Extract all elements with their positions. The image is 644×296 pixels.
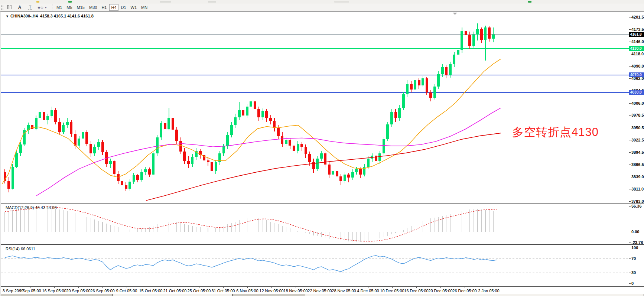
text-box-tool-button[interactable]: T <box>25 4 35 11</box>
date-tick-mark <box>344 287 344 288</box>
text-label-tool-button[interactable]: A <box>15 4 25 11</box>
date-tick-mark <box>465 287 465 288</box>
timeframe-button-M15[interactable]: M15 <box>75 4 87 11</box>
chart-window: ▼CHINA300-,H4 4158.3 4165.1 4141.6 4161.… <box>0 12 644 296</box>
axis-tick-label: 4173.5 <box>631 27 644 32</box>
date-tick-mark <box>78 287 79 288</box>
ma-fast-line <box>2 59 501 184</box>
axis-tick-mark <box>629 283 631 284</box>
axis-tick-label: 4146.0 <box>631 39 644 44</box>
axis-tick-mark <box>629 258 631 259</box>
ma-slow-line <box>146 133 501 201</box>
axis-tick-mark <box>629 152 631 153</box>
date-tick-mark <box>175 287 175 288</box>
date-tick-mark <box>223 287 224 288</box>
date-label: 15 Oct 05:00 <box>139 289 163 293</box>
date-label: 28 Nov 05:00 <box>332 289 356 293</box>
axis-tick-mark <box>629 115 631 116</box>
macd-label: MACD(12,26,9) 46.43 44.98 <box>6 205 57 210</box>
shapes-dropdown-button[interactable]: ◆◇ ▾ <box>36 4 49 11</box>
timeframe-button-M5[interactable]: M5 <box>65 4 74 11</box>
clipped-icon <box>160 1 171 3</box>
axis-tick-label: 4090.0 <box>631 64 644 68</box>
axis-tick-label: 3866.5 <box>631 162 644 167</box>
axis-tick-mark <box>629 128 631 128</box>
axis-tick-mark <box>629 243 631 243</box>
axis-tick-mark <box>629 273 631 273</box>
date-tick-mark <box>320 287 320 288</box>
timeframe-button-M30[interactable]: M30 <box>87 4 99 11</box>
date-label: 31 Oct 05:00 <box>212 289 235 293</box>
docked-panel-top <box>113 294 232 296</box>
timeframe-bar: M1M5M15M30H1H4D1W1MN <box>54 4 150 11</box>
timeframe-button-D1[interactable]: D1 <box>119 4 128 11</box>
axis-tick-mark <box>629 206 631 206</box>
axis-tick-mark <box>629 165 631 165</box>
shapes-dropdown-icon: ◆◇ ▾ <box>38 6 47 9</box>
date-tick-mark <box>440 287 441 288</box>
timeframe-button-H1[interactable]: H1 <box>100 4 108 11</box>
date-label: 9 Sep 05:00 <box>19 289 41 293</box>
axis-tick-label: 70 <box>631 256 644 261</box>
date-label: 10 Dec 05:00 <box>380 289 404 293</box>
macd-pane[interactable] <box>1 204 644 244</box>
axis-tick-label: 3978.5 <box>631 113 644 117</box>
date-tick-mark <box>54 287 55 288</box>
date-axis[interactable]: 3 Sep 20199 Sep 05:0016 Sep 05:0020 Sep … <box>1 287 644 294</box>
axis-tick-mark <box>629 66 631 66</box>
timeframe-button-W1[interactable]: W1 <box>129 4 139 11</box>
axis-tick-label: 3839.0 <box>631 175 644 179</box>
chart-ohlc-values: 4158.3 4165.1 4141.6 4161.8 <box>40 14 94 18</box>
axis-tick-mark <box>629 54 631 54</box>
date-label: 2 Jan 05:00 <box>478 289 500 293</box>
clipped-icon <box>528 1 531 3</box>
toolbar-drag-handle[interactable] <box>1 4 4 10</box>
text-label-icon: A <box>18 5 22 10</box>
date-label: 22 Nov 05:00 <box>308 289 332 293</box>
date-tick-mark <box>6 287 6 288</box>
clipped-icon <box>334 1 349 3</box>
timeframe-button-MN[interactable]: MN <box>139 4 149 11</box>
axis-tick-label: 0.00 <box>631 230 644 234</box>
axis-tick-mark <box>629 232 631 232</box>
chart-toolbar: A T ◆◇ ▾ M1M5M15M30H1H4D1W1MN <box>0 3 644 12</box>
axis-tick-label: 30 <box>631 270 644 275</box>
candlestick-series <box>4 21 495 192</box>
pattern-grid-tool-button[interactable] <box>4 4 14 11</box>
axis-tick-mark <box>629 201 631 202</box>
date-tick-mark <box>296 287 296 288</box>
date-tick-mark <box>151 287 151 288</box>
chart-shift-marker[interactable] <box>453 13 457 15</box>
timeframe-button-H4[interactable]: H4 <box>109 4 118 11</box>
date-label: 4 Dec 05:00 <box>357 289 379 293</box>
macd-histogram <box>5 206 497 242</box>
axis-tick-mark <box>629 78 631 79</box>
axis-tick-label: 100 <box>631 245 644 250</box>
timeframe-button-M1[interactable]: M1 <box>55 4 64 11</box>
date-label: 9 Oct 05:00 <box>116 289 137 293</box>
date-tick-mark <box>489 287 489 288</box>
axis-tick-mark <box>629 248 631 248</box>
rsi-label: RSI(14) 66.0611 <box>6 247 35 251</box>
date-label: 12 Nov 05:00 <box>259 289 283 293</box>
date-label: 20 Sep 05:00 <box>66 289 90 293</box>
rsi-line <box>5 256 497 271</box>
axis-tick-mark <box>629 177 631 177</box>
chart-symbol: CHINA300-,H4 <box>10 14 38 18</box>
axis-tick-mark <box>629 29 631 30</box>
price-badge-4030.0: 4030.0 <box>629 90 644 95</box>
date-tick-mark <box>392 287 393 288</box>
docked-panels-edge <box>1 294 644 296</box>
axis-tick-mark <box>629 17 631 17</box>
price-badge-4130.0: 4130.0 <box>629 46 644 51</box>
date-label: 16 Sep 05:00 <box>42 289 66 293</box>
axis-tick-label: 4201.5 <box>631 15 644 19</box>
axis-tick-mark <box>629 189 631 189</box>
date-label: 25 Oct 05:00 <box>188 289 211 293</box>
rsi-pane[interactable] <box>1 245 644 286</box>
date-tick-mark <box>127 287 127 288</box>
date-tick-mark <box>30 287 30 288</box>
axis-tick-label: 3894.5 <box>631 150 644 154</box>
main-price-pane[interactable] <box>1 12 644 203</box>
axis-tick-mark <box>629 140 631 140</box>
